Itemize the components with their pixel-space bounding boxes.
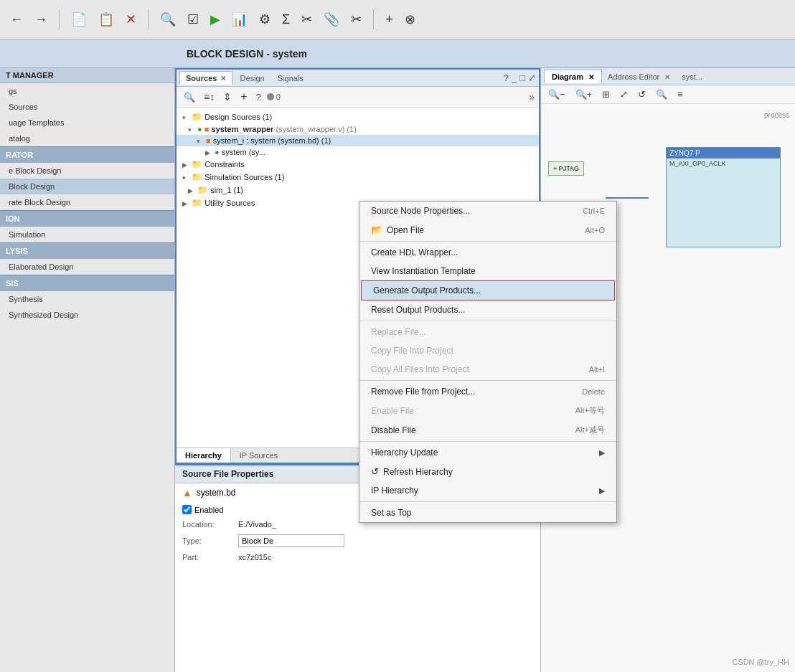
ctx-set-as-top[interactable]: Set as Top: [359, 503, 616, 522]
more-icon[interactable]: »: [529, 91, 535, 103]
arrow-system-wrapper: ▾: [188, 126, 195, 133]
ctx-copy-all-files[interactable]: Copy All Files Into Project Alt+I: [359, 360, 616, 379]
tab-syst[interactable]: syst...: [676, 70, 708, 83]
left-item-catalog[interactable]: atalog: [0, 131, 174, 146]
ctx-ip-hierarchy[interactable]: IP Hierarchy ▶: [359, 481, 616, 500]
ctx-view-instantiation[interactable]: View Instantiation Template: [359, 262, 616, 280]
left-item-elaborated[interactable]: Elaborated Design: [0, 259, 174, 275]
ctx-source-node-props[interactable]: Source Node Properties... Ctrl+E: [359, 202, 616, 220]
cut2-button[interactable]: ✂: [348, 9, 364, 30]
ctx-replace-file[interactable]: Replace File...: [359, 323, 616, 341]
info-button[interactable]: ?: [253, 90, 264, 104]
left-item-create-block[interactable]: e Block Design: [0, 163, 174, 179]
check-button[interactable]: ☑: [184, 9, 202, 30]
tree-item-system-i[interactable]: ▾ ■ system_i : system (system.bd) (1): [177, 135, 539, 146]
fit-button[interactable]: ⊞: [599, 87, 613, 101]
sigma-button[interactable]: Σ: [279, 9, 293, 30]
tab-ip-sources[interactable]: IP Sources: [231, 448, 287, 463]
connection-line: [606, 197, 649, 199]
maximize-icon[interactable]: □: [519, 72, 525, 83]
ctx-reset-output-label: Reset Output Products...: [371, 305, 465, 315]
tab-design-label: Design: [240, 74, 264, 82]
tab-diagram-close[interactable]: ✕: [588, 73, 594, 81]
left-item-synthesized[interactable]: Synthesized Design: [0, 307, 174, 323]
ion-header: ION: [0, 210, 174, 227]
tab-address-editor[interactable]: Address Editor ✕: [602, 70, 676, 83]
tree-item-design-sources[interactable]: ▾ 📁 Design Sources (1): [177, 110, 539, 123]
stop-button[interactable]: ⊗: [402, 9, 418, 30]
arrow-sim-sources: ▾: [182, 174, 189, 181]
type-label: Type:: [182, 536, 232, 545]
expand-button[interactable]: ⤢: [617, 87, 631, 101]
zoom-out-button[interactable]: 🔍−: [545, 87, 568, 101]
forward-button[interactable]: →: [32, 9, 50, 30]
ctx-open-file[interactable]: 📂 Open File Alt+O: [359, 220, 616, 240]
close-button[interactable]: ✕: [123, 9, 139, 30]
tree-item-sim-sources[interactable]: ▾ 📁 Simulation Sources (1): [177, 171, 539, 184]
refresh-diag-button[interactable]: ↺: [635, 87, 649, 101]
ctx-generate-output[interactable]: Generate Output Products...: [361, 280, 615, 300]
settings-button[interactable]: ⚙: [256, 9, 273, 30]
zoom-in-button[interactable]: 🔍+: [573, 87, 596, 101]
ctx-copy-file[interactable]: Copy File Into Project: [359, 341, 616, 360]
left-item-templates[interactable]: uage Templates: [0, 115, 174, 131]
link-button[interactable]: 📎: [321, 9, 342, 30]
search-button[interactable]: 🔍: [157, 9, 179, 30]
left-item-gs[interactable]: gs: [0, 83, 174, 99]
tab-sources[interactable]: Sources ✕: [179, 71, 232, 85]
ctx-hierarchy-update[interactable]: Hierarchy Update ▶: [359, 443, 616, 462]
tab-signals[interactable]: Signals: [272, 72, 309, 85]
minimize-icon[interactable]: _: [512, 72, 517, 83]
type-input[interactable]: [238, 534, 344, 547]
ctx-enable-file-label: Enable File: [371, 406, 414, 416]
tree-item-system[interactable]: ▶ ● system (sy...: [177, 146, 539, 158]
ctx-copy-all-files-label: Copy All Files Into Project: [371, 364, 469, 374]
warning-icon: ▲: [182, 487, 192, 498]
help-icon[interactable]: ?: [504, 72, 509, 83]
left-item-synthesis[interactable]: Synthesis: [0, 291, 174, 307]
ctx-enable-file[interactable]: Enable File Alt+等号: [359, 401, 616, 420]
cut-button[interactable]: ✂: [298, 9, 315, 30]
run-button[interactable]: ▶: [207, 9, 223, 30]
tab-address-close[interactable]: ✕: [664, 73, 670, 81]
bd-header: BLOCK DESIGN - system: [0, 39, 795, 68]
new-button[interactable]: 📄: [68, 9, 90, 30]
add-button[interactable]: +: [382, 9, 396, 30]
left-item-sources[interactable]: Sources: [0, 99, 174, 115]
stats-button[interactable]: 📊: [229, 9, 250, 30]
tab-design[interactable]: Design: [234, 72, 270, 85]
left-panel: T MANAGER gs Sources uage Templates atal…: [0, 68, 175, 672]
ctx-sep-4: [359, 441, 616, 442]
float-icon[interactable]: ⤢: [528, 72, 536, 83]
pjtag-block: + PJTAG: [548, 161, 584, 176]
ctx-create-hdl[interactable]: Create HDL Wrapper...: [359, 243, 616, 262]
filter-button[interactable]: ≡↕: [201, 90, 217, 104]
tree-item-constraints[interactable]: ▶ 📁 Constraints: [177, 158, 539, 171]
ctx-refresh-hierarchy[interactable]: ↺ Refresh Hierarchy: [359, 462, 616, 481]
enabled-label: Enabled: [194, 506, 223, 514]
lysis-header: LYSIS: [0, 242, 174, 259]
tab-hierarchy[interactable]: Hierarchy: [177, 448, 231, 463]
tab-diagram[interactable]: Diagram ✕: [544, 70, 602, 83]
left-item-simulation[interactable]: Simulation: [0, 227, 174, 242]
bd-title: BLOCK DESIGN - system: [187, 48, 307, 60]
tab-syst-label: syst...: [682, 72, 702, 81]
back-button[interactable]: ←: [7, 9, 26, 30]
ctx-reset-output[interactable]: Reset Output Products...: [359, 300, 616, 319]
add-source-button[interactable]: +: [237, 89, 250, 105]
copy-button[interactable]: 📋: [95, 9, 117, 30]
tab-sources-close[interactable]: ✕: [220, 75, 226, 82]
search-sources-button[interactable]: 🔍: [181, 90, 198, 104]
tree-item-sim1[interactable]: ▶ 📁 sim_1 (1): [177, 184, 539, 197]
left-item-generate-block[interactable]: rate Block Design: [0, 194, 174, 210]
ctx-disable-file[interactable]: Disable File Alt+减号: [359, 420, 616, 440]
tree-item-system-wrapper[interactable]: ▾ ● ■ system_wrapper (system_wrapper.v) …: [177, 123, 539, 135]
ctx-enable-file-shortcut: Alt+等号: [575, 405, 605, 416]
ctx-remove-file[interactable]: Remove File from Project... Delete: [359, 382, 616, 401]
enabled-checkbox[interactable]: [182, 505, 192, 514]
menu-diag-button[interactable]: ≡: [674, 87, 686, 101]
sort-button[interactable]: ⇕: [220, 90, 235, 104]
ctx-source-node-label: Source Node Properties...: [371, 206, 470, 216]
left-item-block-design[interactable]: Block Design: [0, 179, 174, 194]
search-diag-button[interactable]: 🔍: [653, 87, 670, 101]
